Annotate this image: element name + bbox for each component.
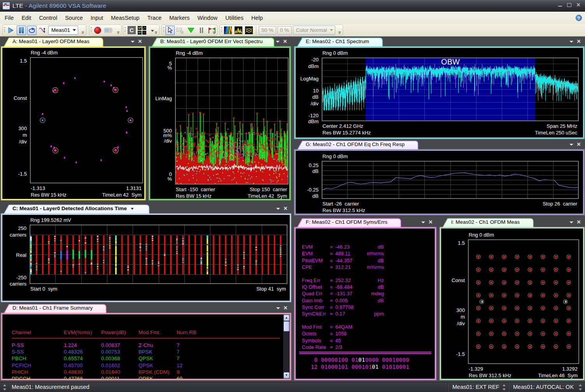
pause-button[interactable] xyxy=(17,26,26,35)
tab-dropdown-icon[interactable] xyxy=(131,208,134,210)
spectrogram-button[interactable] xyxy=(223,26,233,35)
panel-close-icon[interactable]: ✕ xyxy=(576,220,581,225)
display-button[interactable] xyxy=(103,26,113,35)
toolbar-overflow-icon[interactable] xyxy=(212,31,216,35)
scrollbar-track[interactable]: ▲▼ xyxy=(283,314,290,379)
panel-close-icon[interactable]: ✕ xyxy=(282,39,288,44)
panel-minimize-icon[interactable] xyxy=(569,220,574,225)
toolbar-overflow-icon[interactable] xyxy=(116,31,121,35)
minimize-button[interactable] xyxy=(557,2,563,8)
color-combo[interactable]: Color Normal xyxy=(293,26,335,35)
table-cell: 0.00837 xyxy=(101,342,120,348)
panel-tab-G[interactable]: G: Meas02 - Ch1 OFDM Eq Ch Freq Resp xyxy=(297,140,419,150)
menu-item-source[interactable]: Source xyxy=(61,12,87,24)
panel-minimize-icon[interactable] xyxy=(569,142,574,147)
close-button[interactable]: ✕ xyxy=(575,2,581,8)
panel-tab-F[interactable]: F: Meas02 - Ch1 OFDM Syms/Errs xyxy=(297,218,401,227)
spectrum-trace-button[interactable] xyxy=(234,26,243,35)
toolbar-overflow-icon[interactable] xyxy=(154,31,158,35)
status-spinner-icon[interactable] xyxy=(579,384,582,390)
menu-item-trace[interactable]: Trace xyxy=(144,12,166,24)
menu-item-control[interactable]: Control xyxy=(35,12,61,24)
correction-c-button[interactable]: C xyxy=(127,26,136,35)
y-axis-label: -1.5 xyxy=(441,351,465,357)
menu-item-meassetup[interactable]: MeasSetup xyxy=(107,12,143,24)
panel-minimize-icon[interactable] xyxy=(275,206,281,211)
y-axis-label: /div xyxy=(441,321,465,326)
record-button[interactable] xyxy=(93,26,102,35)
menu-item-edit[interactable]: Edit xyxy=(18,12,35,24)
panel-tab-I[interactable]: I: Meas02 - Ch1 OFDM Meas xyxy=(443,218,534,227)
toolbar-grip[interactable] xyxy=(124,27,126,34)
scrollbar-up-button[interactable]: ▲ xyxy=(284,315,289,321)
play-button[interactable] xyxy=(6,26,16,35)
panel-minimize-icon[interactable] xyxy=(275,39,280,44)
panel-tab-E[interactable]: E: Meas02 - Ch1 Spectrum xyxy=(297,37,383,47)
y-axis-label: dB xyxy=(295,168,319,174)
menu-item-markers[interactable]: Markers xyxy=(165,12,193,24)
metric-unit: dB xyxy=(335,284,384,290)
scrollbar-thumb[interactable] xyxy=(284,321,289,331)
panel-minimize-icon[interactable] xyxy=(569,39,574,44)
plot-area-A[interactable] xyxy=(30,57,143,183)
status-spinner-icon[interactable] xyxy=(503,384,506,390)
toolbar-grip[interactable] xyxy=(91,27,92,34)
delay-field[interactable]: 0 % xyxy=(277,26,292,35)
menu-item-input[interactable]: Input xyxy=(87,12,107,24)
zoom-select-button[interactable] xyxy=(176,26,185,35)
menu-item-file[interactable]: File xyxy=(1,12,18,24)
menu-item-help[interactable]: Help xyxy=(247,12,267,24)
panel-close-icon[interactable]: ✕ xyxy=(283,206,288,211)
trace-layout-button[interactable] xyxy=(137,26,147,35)
panel-tab-D[interactable]: D: Meas01 - Ch1 Frame Summary xyxy=(4,304,107,313)
panel-tab-label: C: Meas01 - Layer0 Detected Allocations … xyxy=(12,206,134,211)
status-section-0: Meas01: EXT REF xyxy=(448,382,509,392)
metric-equals: = xyxy=(330,258,333,263)
plot-area-B[interactable] xyxy=(175,57,289,185)
metrics-separator xyxy=(299,352,431,352)
panel-minimize-icon[interactable] xyxy=(275,305,281,311)
panel-minimize-icon[interactable] xyxy=(130,39,135,44)
panel-minimize-icon[interactable] xyxy=(420,220,426,225)
panel-close-icon[interactable]: ✕ xyxy=(428,220,433,225)
table-cell: QPSK xyxy=(138,355,153,361)
plot-area-E[interactable]: OBW xyxy=(322,57,579,121)
menu-item-utilities[interactable]: Utilities xyxy=(221,12,247,24)
panel-tab-B[interactable]: B: Meas01 - Layer0 OFDM Err Vect Spectru xyxy=(152,37,275,47)
peak-marker-button[interactable] xyxy=(186,26,196,35)
metrics-separator xyxy=(299,353,431,354)
maximize-button[interactable] xyxy=(566,2,572,8)
table-cell: 0.65574 xyxy=(64,355,83,361)
y-axis-label: % xyxy=(150,176,172,182)
status-resize-icon[interactable] xyxy=(3,384,7,390)
plot-area-I[interactable] xyxy=(468,239,579,364)
plot-area-G[interactable] xyxy=(322,161,579,199)
toolbar-grip[interactable] xyxy=(221,27,222,34)
menu-item-window[interactable]: Window xyxy=(194,12,222,24)
toolbar-grip[interactable] xyxy=(163,27,164,34)
panel-tab-A[interactable]: A: Meas01 - Layer0 OFDM Meas xyxy=(4,37,103,47)
plot-area-C[interactable] xyxy=(30,225,287,284)
panel-close-icon[interactable]: ✕ xyxy=(576,39,581,44)
panel-tab-C[interactable]: C: Meas01 - Layer0 Detected Allocations … xyxy=(4,204,150,214)
panel-tab-label: E: Meas02 - Ch1 Spectrum xyxy=(306,38,369,44)
metric-value: 0.97708 xyxy=(335,304,354,310)
overlap-field[interactable]: 50 % xyxy=(259,26,276,35)
select-arrow-button[interactable] xyxy=(165,26,175,35)
panel-close-icon[interactable]: ✕ xyxy=(137,39,143,44)
panel-close-icon[interactable]: ✕ xyxy=(283,305,288,311)
toolbar-grip[interactable] xyxy=(4,27,5,34)
panel-close-icon[interactable]: ✕ xyxy=(576,142,581,147)
meas-combo[interactable]: Meas01 xyxy=(48,26,78,35)
scrollbar-down-button[interactable]: ▼ xyxy=(284,372,289,378)
toolbar-overflow-icon[interactable] xyxy=(338,31,342,35)
help-icon[interactable]: ? xyxy=(576,15,582,21)
couple-markers-button[interactable] xyxy=(197,26,206,35)
single-sweep-button[interactable] xyxy=(38,26,47,35)
table-header: EVM(%rms) xyxy=(64,329,92,335)
toolbar-group-3: C xyxy=(123,24,159,36)
window-title-rest: - Agilent 89600 VSA Software xyxy=(23,2,106,9)
restart-button[interactable] xyxy=(27,26,37,35)
eye-diagram-button[interactable] xyxy=(244,26,254,35)
toolbar-overflow-icon[interactable] xyxy=(81,31,85,35)
